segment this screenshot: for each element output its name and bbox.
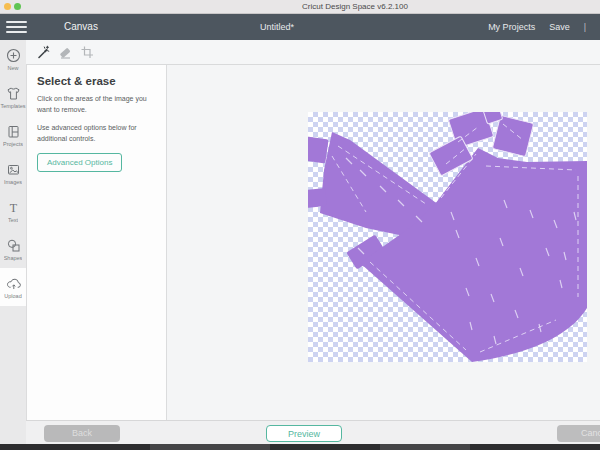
- sidebar-item-templates[interactable]: Templates: [0, 78, 26, 116]
- sidebar-label: Text: [8, 217, 18, 223]
- instruction-text-1: Click on the areas of the image you want…: [37, 94, 161, 116]
- sidebar-label: Projects: [3, 141, 23, 147]
- save-link[interactable]: Save: [549, 22, 570, 32]
- sidebar-item-text[interactable]: T Text: [0, 192, 26, 230]
- advanced-options-button[interactable]: Advanced Options: [37, 153, 122, 172]
- svg-text:T: T: [9, 201, 17, 215]
- sidebar-label: New: [7, 65, 18, 71]
- zoom-window-icon[interactable]: [14, 3, 21, 10]
- templates-icon: [6, 86, 21, 101]
- upload-icon: [6, 276, 21, 291]
- new-icon: [6, 48, 21, 63]
- canvas-area[interactable]: [167, 65, 600, 420]
- images-icon: [6, 162, 21, 177]
- cancel-button[interactable]: Cancel: [557, 425, 600, 442]
- sidebar-label: Shapes: [4, 255, 23, 261]
- sidebar-label: Templates: [0, 103, 25, 109]
- footer-bar: Back Preview Cancel: [26, 420, 600, 445]
- projects-icon: [6, 124, 21, 139]
- select-erase-panel: Select & erase Click on the areas of the…: [27, 65, 166, 420]
- sidebar-label: Images: [4, 179, 22, 185]
- hamburger-menu-icon[interactable]: [6, 21, 27, 33]
- sidebar-item-new[interactable]: New: [0, 40, 26, 78]
- canvas-menu-label[interactable]: Canvas: [64, 21, 98, 32]
- back-button[interactable]: Back: [44, 425, 120, 442]
- crop-icon[interactable]: [80, 45, 94, 59]
- window-title: Cricut Design Space v6.2.100: [302, 2, 408, 11]
- document-title: Untitled*: [260, 22, 294, 32]
- shapes-icon: [6, 238, 21, 253]
- text-icon: T: [6, 200, 21, 215]
- sidebar: New Templates Projects Images T Text Sha…: [0, 40, 27, 444]
- edit-toolbar: [26, 40, 600, 64]
- instruction-text-2: Use advanced options below for additiona…: [37, 123, 161, 145]
- transparency-checkerboard[interactable]: [308, 112, 587, 362]
- macos-titlebar: Cricut Design Space v6.2.100: [0, 0, 600, 14]
- uploaded-image-preview[interactable]: [308, 112, 587, 362]
- header-separator: |: [584, 22, 586, 32]
- magic-wand-icon[interactable]: [36, 45, 50, 59]
- sidebar-item-shapes[interactable]: Shapes: [0, 230, 26, 268]
- eraser-icon[interactable]: [58, 45, 72, 59]
- my-projects-link[interactable]: My Projects: [488, 22, 535, 32]
- sidebar-item-images[interactable]: Images: [0, 154, 26, 192]
- sidebar-label: Upload: [4, 293, 21, 299]
- sidebar-item-projects[interactable]: Projects: [0, 116, 26, 154]
- panel-title: Select & erase: [37, 75, 158, 87]
- minimize-window-icon[interactable]: [4, 3, 11, 10]
- preview-button[interactable]: Preview: [266, 425, 342, 442]
- bottom-edge-strip: [0, 444, 600, 450]
- sidebar-item-upload[interactable]: Upload: [0, 268, 26, 306]
- app-header: Canvas Untitled* My Projects Save |: [0, 14, 600, 40]
